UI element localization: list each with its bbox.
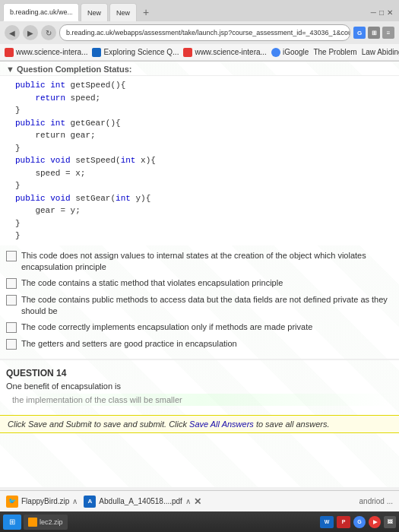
active-tab[interactable]: b.reading.ac.uk/we... [3, 3, 79, 21]
bookmark-icon-1 [5, 48, 14, 57]
download-icon-1: 🐦 [6, 496, 18, 508]
bookmark-label-3: www.science-intera... [195, 48, 266, 56]
download-item-2[interactable]: A Abdulla_A_140518....pdf ∧ ✕ [84, 496, 201, 508]
code-line-4: public int getGear(){ [15, 117, 384, 130]
code-line-7: public void setSpeed(int x){ [15, 154, 384, 167]
main-content: ▼ Question Completion Status: public int… [0, 62, 399, 487]
back-button[interactable]: ◀ [5, 25, 20, 40]
download-icon-2: A [84, 496, 96, 508]
download-bar: 🐦 FlappyBird.zip ∧ A Abdulla_A_140518...… [0, 490, 399, 511]
bookmark-3[interactable]: www.science-intera... [183, 48, 266, 57]
checkbox-3[interactable] [6, 295, 17, 306]
tab-3[interactable]: New [109, 3, 137, 21]
code-line-11: gear = y; [15, 204, 384, 217]
bookmark-label-1: www.science-intera... [16, 48, 87, 56]
question-14-text: One benefit of encapsulation is [6, 382, 393, 391]
answer-option-3[interactable]: The code contains public methods to acce… [6, 294, 393, 318]
extension-icon-1[interactable]: G [353, 27, 366, 39]
code-line-9: } [15, 179, 384, 192]
answer-option-2[interactable]: The code contains a static method that v… [6, 277, 393, 289]
checkbox-2[interactable] [6, 278, 17, 289]
answer-text-2: The code contains a static method that v… [21, 277, 393, 289]
tab-3-label: New [116, 9, 130, 17]
download-name-2: Abdulla_A_140518....pdf [99, 497, 182, 505]
answer-text-4: The code correctly implements encapsulat… [21, 321, 393, 333]
extension-icon-2[interactable]: ⊞ [368, 27, 380, 39]
answer-option-4[interactable]: The code correctly implements encapsulat… [6, 321, 393, 333]
tab-bar: b.reading.ac.uk/we... New New + ─ □ ✕ [0, 0, 399, 21]
forward-button[interactable]: ▶ [23, 25, 38, 40]
systray-icon-photo: 🖼 [384, 516, 396, 528]
settings-icon[interactable]: ≡ [382, 27, 394, 39]
code-block: public int getSpeed(){ return speed; } p… [0, 76, 399, 245]
address-bar: ◀ ▶ ↻ b.reading.ac.uk/webapps/assessment… [0, 21, 399, 44]
download-chevron-2[interactable]: ∧ [185, 497, 191, 505]
bookmark-icon-google [271, 48, 280, 57]
close-button[interactable]: ✕ [387, 8, 393, 17]
answer-options: This code does not assign values to inte… [0, 245, 399, 359]
download-chevron-1[interactable]: ∧ [72, 497, 78, 505]
systray-icon-1: W [320, 516, 334, 528]
save-bar-text: Click Save and Submit to save and submit… [8, 420, 189, 429]
lec2-app-label: lec2.zip [40, 518, 63, 526]
tab-2[interactable]: New [81, 3, 108, 21]
code-line-8: speed = x; [15, 167, 384, 180]
code-line-3: } [15, 104, 384, 117]
taskbar-app-lec2[interactable]: lec2.zip [24, 515, 68, 530]
bookmark-label-law: Law Abiding Citizen [362, 48, 399, 56]
tab-2-label: New [87, 9, 101, 17]
download-name-1: FlappyBird.zip [21, 497, 69, 505]
bookmark-2[interactable]: Exploring Science Q... [92, 48, 179, 57]
taskbar: 🐦 FlappyBird.zip ∧ A Abdulla_A_140518...… [0, 490, 399, 532]
bookmark-problem[interactable]: The Problem [313, 48, 356, 56]
bookmark-1[interactable]: www.science-intera... [5, 48, 87, 57]
code-line-12: } [15, 217, 384, 230]
answer-text-1: This code does not assign values to inte… [21, 250, 393, 274]
question-14-number: QUESTION 14 [6, 368, 393, 378]
answer-option-1[interactable]: This code does not assign values to inte… [6, 250, 393, 274]
new-tab-button[interactable]: + [138, 6, 154, 18]
download-close-2[interactable]: ✕ [194, 496, 201, 507]
answer-option-5[interactable]: The getters and setters are good practic… [6, 338, 393, 350]
active-tab-label: b.reading.ac.uk/we... [10, 8, 72, 16]
code-line-1: public int getSpeed(){ [15, 79, 384, 92]
andriod-label: andriod ... [359, 497, 393, 505]
systray-icon-chrome: G [353, 516, 366, 528]
code-line-5: return gear; [15, 129, 384, 142]
bookmark-icon-2 [92, 48, 101, 57]
url-input[interactable]: b.reading.ac.uk/webapps/assessment/take/… [59, 24, 350, 41]
bookmark-law[interactable]: Law Abiding Citizen [362, 48, 399, 56]
question-14-answer-hint: the implementation of the class will be … [6, 394, 393, 406]
answer-text-3: The code contains public methods to acce… [21, 294, 393, 318]
bookmark-icon-3 [183, 48, 192, 57]
system-tray: W P G ▶ 🖼 [320, 516, 396, 528]
start-button[interactable]: ⊞ [3, 515, 21, 530]
code-line-6: } [15, 142, 384, 155]
code-line-2: return speed; [15, 92, 384, 105]
save-all-answers-link[interactable]: Save All Answers [189, 420, 254, 429]
answer-text-5: The getters and setters are good practic… [21, 338, 393, 350]
bookmark-label-2: Exploring Science Q... [103, 48, 179, 56]
lec2-app-icon [28, 518, 37, 527]
bookmark-google[interactable]: iGoogle [271, 48, 309, 57]
code-line-13: } [15, 230, 384, 242]
question-14-section: QUESTION 14 One benefit of encapsulation… [0, 359, 399, 409]
checkbox-1[interactable] [6, 251, 17, 261]
systray-icon-media: ▶ [369, 516, 381, 528]
question-status-label: ▼ Question Completion Status: [6, 65, 132, 74]
checkbox-4[interactable] [6, 322, 17, 333]
url-text: b.reading.ac.uk/webapps/assessment/take/… [66, 29, 350, 36]
download-item-1[interactable]: 🐦 FlappyBird.zip ∧ [6, 496, 78, 508]
bookmark-label-google: iGoogle [283, 48, 309, 56]
maximize-button[interactable]: □ [379, 8, 384, 17]
refresh-button[interactable]: ↻ [41, 25, 56, 40]
minimize-button[interactable]: ─ [371, 8, 376, 17]
checkbox-5[interactable] [6, 339, 17, 350]
bookmark-label-problem: The Problem [313, 48, 356, 56]
bookmarks-bar: www.science-intera... Exploring Science … [0, 44, 399, 61]
save-bar: Click Save and Submit to save and submit… [0, 415, 399, 433]
systray-icon-2: P [337, 516, 350, 528]
browser-chrome: b.reading.ac.uk/we... New New + ─ □ ✕ ◀ … [0, 0, 399, 62]
question-completion-status: ▼ Question Completion Status: [0, 62, 399, 76]
save-bar-text-2: to save all answers. [254, 420, 330, 429]
